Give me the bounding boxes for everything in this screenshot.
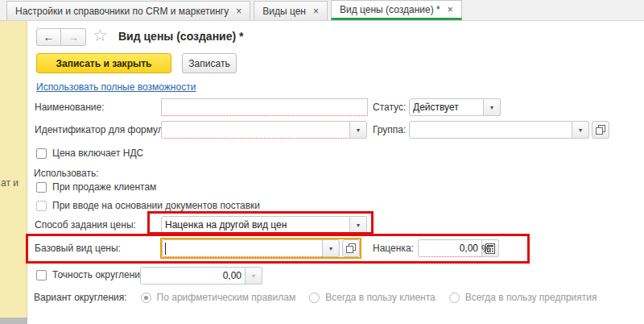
rounding-precision-field: ▾	[140, 267, 262, 285]
history-nav: ← →	[36, 28, 86, 46]
base-price-label: Базовый вид цены:	[35, 243, 121, 254]
close-icon[interactable]: ×	[448, 5, 453, 15]
radio-icon[interactable]	[449, 293, 460, 303]
tab-label: Вид цены (создание) *	[340, 4, 440, 15]
rounding-variant-row: Вариант округления: По арифметическим пр…	[34, 292, 597, 303]
use-supply-label: При вводе на основании документов постав…	[52, 200, 260, 211]
use-sale-checkbox-row[interactable]: При продаже клиентам	[36, 181, 156, 193]
price-kind-form: ← → ☆ Вид цены (создание) * Записать и з…	[28, 21, 644, 324]
forward-button[interactable]: →	[61, 28, 86, 46]
close-icon[interactable]: ×	[313, 6, 319, 16]
strip-bottom-corner	[0, 318, 27, 324]
tab-label: Виды цен	[262, 6, 306, 17]
full-features-link[interactable]: Использовать полные возможности	[36, 81, 196, 93]
app-window: Настройки и справочники по CRM и маркети…	[0, 0, 644, 324]
group-combo: ▾	[409, 121, 609, 139]
base-price-input[interactable]	[162, 239, 323, 257]
rounding-option-label: Всегда в пользу клиента	[325, 292, 436, 303]
rounding-option-client-favor[interactable]: Всегда в пользу клиента	[309, 292, 436, 303]
rounding-precision-input[interactable]	[140, 267, 246, 285]
chevron-down-icon[interactable]: ▾	[572, 121, 589, 139]
use-section-label: Использовать:	[34, 168, 99, 179]
left-panel-strip: ат и	[0, 21, 27, 324]
formula-id-input[interactable]	[161, 121, 350, 139]
close-icon[interactable]: ×	[236, 6, 242, 16]
open-in-form-button[interactable]	[592, 121, 609, 139]
rounding-precision-checkbox[interactable]	[36, 270, 47, 280]
open-icon	[596, 125, 605, 135]
tab-bar: Настройки и справочники по CRM и маркети…	[0, 0, 644, 21]
text-caret	[165, 243, 166, 255]
tab-label: Настройки и справочники по CRM и маркети…	[15, 6, 229, 17]
radio-icon[interactable]	[309, 293, 320, 303]
favorite-star-icon[interactable]: ☆	[93, 26, 108, 45]
use-supply-checkbox[interactable]	[36, 201, 47, 211]
open-in-form-button[interactable]	[342, 239, 360, 257]
formula-id-combo: ▾	[161, 121, 367, 139]
tab-crm-settings[interactable]: Настройки и справочники по CRM и маркети…	[6, 1, 250, 20]
group-input[interactable]	[409, 121, 572, 139]
price-method-label: Способ задания цены:	[35, 219, 136, 231]
rounding-precision-checkbox-row[interactable]: Точность округления:	[36, 269, 148, 280]
rounding-option-label: Всегда в пользу предприятия	[465, 292, 597, 303]
tab-price-kind-new[interactable]: Вид цены (создание) * ×	[331, 0, 462, 20]
status-label: Статус:	[373, 102, 406, 113]
status-input[interactable]	[409, 98, 484, 116]
rounding-option-label: По арифметическим правилам	[157, 292, 296, 303]
name-input[interactable]	[161, 98, 368, 116]
chevron-down-icon[interactable]: ▾	[350, 216, 367, 234]
use-supply-checkbox-row[interactable]: При вводе на основании документов постав…	[36, 200, 260, 211]
chevron-down-icon[interactable]: ▾	[484, 98, 501, 116]
use-sale-label: При продаже клиентам	[52, 181, 156, 193]
tab-price-kinds[interactable]: Виды цен ×	[254, 1, 328, 20]
price-method-combo: ▾	[161, 216, 367, 234]
page-title: Вид цены (создание) *	[118, 30, 243, 43]
rounding-precision-label: Точность округления:	[52, 269, 148, 280]
markup-unit: %	[481, 243, 491, 255]
rounding-variant-label: Вариант округления:	[34, 292, 127, 303]
save-button[interactable]: Записать	[182, 53, 237, 73]
vat-checkbox[interactable]	[36, 148, 47, 159]
rounding-option-company-favor[interactable]: Всегда в пользу предприятия	[449, 292, 597, 303]
save-and-close-button[interactable]: Записать и закрыть	[36, 53, 171, 73]
base-price-combo: ▾	[162, 239, 360, 257]
strip-partial-text: ат и	[1, 177, 19, 189]
markup-label: Наценка:	[373, 243, 414, 254]
chevron-down-icon[interactable]: ▾	[323, 239, 340, 257]
vat-checkbox-row[interactable]: Цена включает НДС	[36, 147, 143, 159]
open-icon	[346, 243, 356, 253]
chevron-down-icon[interactable]: ▾	[246, 267, 262, 285]
price-method-input[interactable]	[161, 216, 350, 234]
use-sale-checkbox[interactable]	[36, 182, 47, 193]
name-label: Наименование:	[35, 102, 105, 113]
markup-input[interactable]	[418, 239, 482, 257]
back-button[interactable]: ←	[36, 28, 61, 46]
radio-selected-icon[interactable]	[141, 293, 151, 303]
group-label: Группа:	[373, 124, 406, 135]
rounding-option-arithmetic[interactable]: По арифметическим правилам	[141, 292, 296, 303]
chevron-down-icon[interactable]: ▾	[350, 121, 367, 139]
vat-label: Цена включает НДС	[52, 147, 143, 159]
formula-id-label: Идентификатор для формул:	[35, 124, 166, 135]
status-combo: ▾	[409, 98, 501, 116]
